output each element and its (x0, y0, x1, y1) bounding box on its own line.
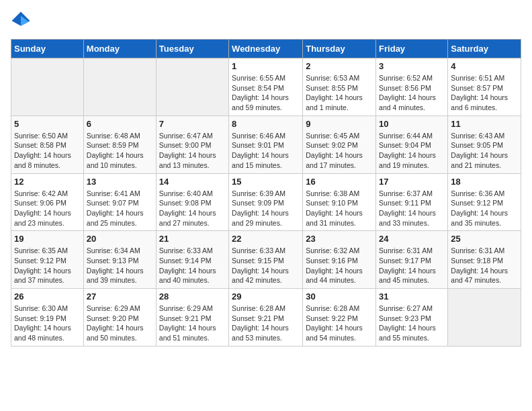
day-info: Sunrise: 6:43 AM Sunset: 9:05 PM Dayligh… (451, 131, 518, 171)
day-number: 24 (379, 234, 445, 244)
calendar-cell: 1Sunrise: 6:55 AM Sunset: 8:54 PM Daylig… (229, 58, 303, 116)
calendar-cell: 12Sunrise: 6:42 AM Sunset: 9:06 PM Dayli… (11, 173, 84, 231)
day-info: Sunrise: 6:33 AM Sunset: 9:14 PM Dayligh… (159, 246, 226, 285)
calendar-header: SundayMondayTuesdayWednesdayThursdayFrid… (11, 40, 521, 58)
day-number: 20 (87, 234, 153, 244)
day-info: Sunrise: 6:33 AM Sunset: 9:15 PM Dayligh… (232, 246, 300, 285)
logo (11, 11, 34, 31)
weekday-header-sunday: Sunday (11, 40, 84, 58)
day-number: 4 (451, 61, 518, 71)
calendar-cell: 10Sunrise: 6:44 AM Sunset: 9:04 PM Dayli… (376, 116, 448, 173)
day-info: Sunrise: 6:51 AM Sunset: 8:57 PM Dayligh… (451, 73, 518, 113)
calendar-week-5: 26Sunrise: 6:30 AM Sunset: 9:19 PM Dayli… (11, 289, 521, 347)
day-number: 10 (379, 119, 445, 129)
calendar-cell: 28Sunrise: 6:29 AM Sunset: 9:21 PM Dayli… (156, 289, 228, 347)
day-info: Sunrise: 6:55 AM Sunset: 8:54 PM Dayligh… (232, 73, 300, 113)
day-info: Sunrise: 6:29 AM Sunset: 9:21 PM Dayligh… (159, 304, 226, 343)
calendar-cell: 11Sunrise: 6:43 AM Sunset: 9:05 PM Dayli… (448, 116, 521, 173)
day-number: 13 (87, 177, 153, 187)
calendar-cell: 4Sunrise: 6:51 AM Sunset: 8:57 PM Daylig… (448, 58, 521, 116)
logo-icon (11, 11, 31, 31)
day-info: Sunrise: 6:38 AM Sunset: 9:10 PM Dayligh… (306, 189, 373, 228)
day-info: Sunrise: 6:31 AM Sunset: 9:17 PM Dayligh… (379, 246, 445, 285)
calendar-cell: 30Sunrise: 6:28 AM Sunset: 9:22 PM Dayli… (303, 289, 376, 347)
day-number: 12 (14, 177, 81, 187)
weekday-header-monday: Monday (83, 40, 156, 58)
page-header (11, 11, 521, 31)
day-number: 29 (232, 291, 300, 302)
calendar-cell: 2Sunrise: 6:53 AM Sunset: 8:55 PM Daylig… (303, 58, 376, 116)
day-info: Sunrise: 6:52 AM Sunset: 8:56 PM Dayligh… (379, 73, 445, 113)
day-number: 16 (306, 177, 373, 187)
calendar-cell: 29Sunrise: 6:28 AM Sunset: 9:21 PM Dayli… (229, 289, 303, 347)
day-number: 7 (159, 119, 226, 129)
calendar-week-2: 5Sunrise: 6:50 AM Sunset: 8:58 PM Daylig… (11, 116, 521, 173)
day-info: Sunrise: 6:42 AM Sunset: 9:06 PM Dayligh… (14, 189, 81, 228)
day-number: 30 (306, 291, 373, 302)
day-number: 14 (159, 177, 226, 187)
calendar-week-3: 12Sunrise: 6:42 AM Sunset: 9:06 PM Dayli… (11, 173, 521, 231)
day-number: 17 (379, 177, 445, 187)
calendar-cell: 31Sunrise: 6:27 AM Sunset: 9:23 PM Dayli… (376, 289, 448, 347)
day-number: 22 (232, 234, 300, 244)
day-info: Sunrise: 6:34 AM Sunset: 9:13 PM Dayligh… (87, 246, 153, 285)
day-number: 3 (379, 61, 445, 71)
day-number: 18 (451, 177, 518, 187)
calendar-cell: 24Sunrise: 6:31 AM Sunset: 9:17 PM Dayli… (376, 231, 448, 289)
day-info: Sunrise: 6:35 AM Sunset: 9:12 PM Dayligh… (14, 246, 81, 285)
day-info: Sunrise: 6:45 AM Sunset: 9:02 PM Dayligh… (306, 131, 373, 171)
calendar-cell: 25Sunrise: 6:31 AM Sunset: 9:18 PM Dayli… (448, 231, 521, 289)
calendar-cell: 19Sunrise: 6:35 AM Sunset: 9:12 PM Dayli… (11, 231, 84, 289)
day-number: 21 (159, 234, 226, 244)
day-info: Sunrise: 6:46 AM Sunset: 9:01 PM Dayligh… (232, 131, 300, 171)
calendar-table: SundayMondayTuesdayWednesdayThursdayFrid… (11, 39, 521, 347)
calendar-cell (83, 58, 156, 116)
day-number: 8 (232, 119, 300, 129)
day-info: Sunrise: 6:41 AM Sunset: 9:07 PM Dayligh… (87, 189, 153, 228)
calendar-cell: 26Sunrise: 6:30 AM Sunset: 9:19 PM Dayli… (11, 289, 84, 347)
calendar-cell: 5Sunrise: 6:50 AM Sunset: 8:58 PM Daylig… (11, 116, 84, 173)
day-number: 6 (87, 119, 153, 129)
day-number: 11 (451, 119, 518, 129)
day-number: 23 (306, 234, 373, 244)
calendar-cell: 14Sunrise: 6:40 AM Sunset: 9:08 PM Dayli… (156, 173, 228, 231)
calendar-cell: 9Sunrise: 6:45 AM Sunset: 9:02 PM Daylig… (303, 116, 376, 173)
day-number: 19 (14, 234, 81, 244)
day-number: 27 (87, 291, 153, 302)
day-number: 15 (232, 177, 300, 187)
calendar-cell: 18Sunrise: 6:36 AM Sunset: 9:12 PM Dayli… (448, 173, 521, 231)
day-info: Sunrise: 6:36 AM Sunset: 9:12 PM Dayligh… (451, 189, 518, 228)
calendar-cell: 21Sunrise: 6:33 AM Sunset: 9:14 PM Dayli… (156, 231, 228, 289)
weekday-header-friday: Friday (376, 40, 448, 58)
day-info: Sunrise: 6:39 AM Sunset: 9:09 PM Dayligh… (232, 189, 300, 228)
day-number: 1 (232, 61, 300, 71)
day-info: Sunrise: 6:44 AM Sunset: 9:04 PM Dayligh… (379, 131, 445, 171)
day-info: Sunrise: 6:31 AM Sunset: 9:18 PM Dayligh… (451, 246, 518, 285)
calendar-cell: 16Sunrise: 6:38 AM Sunset: 9:10 PM Dayli… (303, 173, 376, 231)
day-number: 26 (14, 291, 81, 302)
day-info: Sunrise: 6:50 AM Sunset: 8:58 PM Dayligh… (14, 131, 81, 171)
weekday-header-saturday: Saturday (448, 40, 521, 58)
day-number: 5 (14, 119, 81, 129)
day-info: Sunrise: 6:32 AM Sunset: 9:16 PM Dayligh… (306, 246, 373, 285)
day-info: Sunrise: 6:30 AM Sunset: 9:19 PM Dayligh… (14, 304, 81, 343)
calendar-cell: 15Sunrise: 6:39 AM Sunset: 9:09 PM Dayli… (229, 173, 303, 231)
calendar-week-4: 19Sunrise: 6:35 AM Sunset: 9:12 PM Dayli… (11, 231, 521, 289)
calendar-cell: 13Sunrise: 6:41 AM Sunset: 9:07 PM Dayli… (83, 173, 156, 231)
day-number: 25 (451, 234, 518, 244)
weekday-header-thursday: Thursday (303, 40, 376, 58)
day-number: 31 (379, 291, 445, 302)
calendar-cell: 3Sunrise: 6:52 AM Sunset: 8:56 PM Daylig… (376, 58, 448, 116)
calendar-cell: 27Sunrise: 6:29 AM Sunset: 9:20 PM Dayli… (83, 289, 156, 347)
calendar-cell: 7Sunrise: 6:47 AM Sunset: 9:00 PM Daylig… (156, 116, 228, 173)
day-info: Sunrise: 6:28 AM Sunset: 9:21 PM Dayligh… (232, 304, 300, 343)
calendar-cell (448, 289, 521, 347)
day-info: Sunrise: 6:28 AM Sunset: 9:22 PM Dayligh… (306, 304, 373, 343)
day-info: Sunrise: 6:29 AM Sunset: 9:20 PM Dayligh… (87, 304, 153, 343)
day-info: Sunrise: 6:27 AM Sunset: 9:23 PM Dayligh… (379, 304, 445, 343)
day-number: 9 (306, 119, 373, 129)
day-info: Sunrise: 6:40 AM Sunset: 9:08 PM Dayligh… (159, 189, 226, 228)
calendar-cell: 20Sunrise: 6:34 AM Sunset: 9:13 PM Dayli… (83, 231, 156, 289)
day-info: Sunrise: 6:37 AM Sunset: 9:11 PM Dayligh… (379, 189, 445, 228)
weekday-header-wednesday: Wednesday (229, 40, 303, 58)
